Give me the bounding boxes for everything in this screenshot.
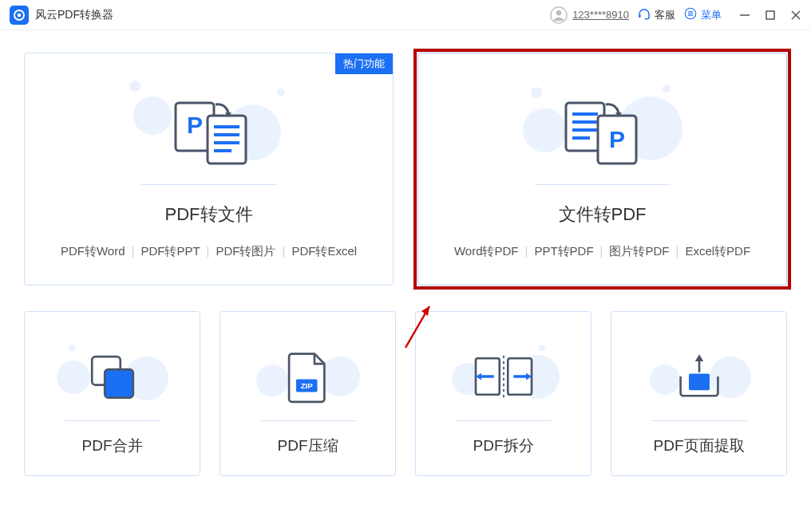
sub-pdf-to-ppt: PDF转PPT	[140, 244, 200, 259]
app-logo-icon	[10, 6, 29, 25]
merge-icon	[57, 341, 168, 412]
svg-rect-4	[639, 14, 640, 18]
user-account-button[interactable]: 123****8910	[550, 6, 629, 24]
card-pdf-compress[interactable]: ZIP PDF压缩	[220, 311, 396, 476]
sub-options: PDF转Word| PDF转PPT| PDF转图片| PDF转Excel	[61, 244, 357, 259]
svg-rect-16	[208, 116, 246, 164]
minimize-button[interactable]	[739, 10, 750, 21]
card-title: PDF合并	[82, 435, 143, 456]
service-label: 客服	[655, 8, 675, 22]
menu-label: 菜单	[701, 8, 722, 22]
sub-pdf-to-word: PDF转Word	[61, 244, 125, 259]
menu-button[interactable]: 菜单	[683, 6, 722, 23]
svg-rect-40	[689, 374, 710, 391]
svg-point-3	[556, 10, 561, 15]
hot-badge: 热门功能	[335, 53, 393, 74]
avatar-icon	[550, 6, 568, 24]
divider	[456, 420, 552, 421]
card-pdf-extract[interactable]: PDF页面提取	[611, 311, 787, 476]
divider	[141, 184, 277, 185]
pdf-to-file-icon: P	[129, 81, 289, 176]
close-button[interactable]	[790, 10, 801, 21]
sub-ppt-to-pdf: PPT转PDF	[534, 244, 593, 259]
card-file-to-pdf[interactable]: P 文件转PDF Word转PDF| PPT转PDF| 图片转PDF| Exce…	[417, 53, 787, 286]
divider	[65, 420, 160, 421]
extract-icon	[643, 341, 755, 412]
customer-service-button[interactable]: 客服	[637, 6, 675, 23]
svg-marker-42	[694, 354, 702, 361]
svg-text:P: P	[608, 126, 624, 152]
sub-word-to-pdf: Word转PDF	[454, 244, 519, 259]
compress-icon: ZIP	[252, 341, 364, 412]
card-title: PDF拆分	[473, 435, 534, 456]
card-title: 文件转PDF	[559, 203, 647, 227]
divider	[535, 184, 671, 185]
svg-point-1	[18, 13, 22, 17]
sub-pdf-to-image: PDF转图片	[216, 244, 275, 259]
sub-options: Word转PDF| PPT转PDF| 图片转PDF| Excel转PDF	[454, 244, 750, 259]
svg-rect-10	[766, 11, 774, 19]
card-pdf-merge[interactable]: PDF合并	[24, 311, 200, 476]
menu-icon	[683, 6, 698, 23]
svg-text:P: P	[186, 112, 202, 138]
card-title: PDF压缩	[278, 435, 338, 456]
app-title: 风云PDF转换器	[35, 8, 113, 22]
svg-rect-30	[105, 369, 133, 398]
maximize-button[interactable]	[765, 10, 776, 21]
file-to-pdf-icon: P	[523, 81, 682, 176]
card-pdf-to-file[interactable]: 热门功能 P	[24, 53, 394, 286]
card-title: PDF转文件	[165, 203, 253, 227]
headset-icon	[637, 6, 651, 23]
sub-pdf-to-excel: PDF转Excel	[291, 244, 357, 259]
split-icon	[448, 341, 560, 412]
username-label: 123****8910	[572, 9, 629, 21]
sub-image-to-pdf: 图片转PDF	[609, 244, 669, 259]
svg-text:ZIP: ZIP	[300, 381, 313, 390]
divider	[260, 420, 356, 421]
sub-excel-to-pdf: Excel转PDF	[685, 244, 750, 259]
divider	[651, 420, 747, 421]
card-title: PDF页面提取	[654, 435, 745, 456]
titlebar: 风云PDF转换器 123****8910 客服 菜单	[0, 0, 811, 30]
card-pdf-split[interactable]: PDF拆分	[415, 311, 591, 476]
